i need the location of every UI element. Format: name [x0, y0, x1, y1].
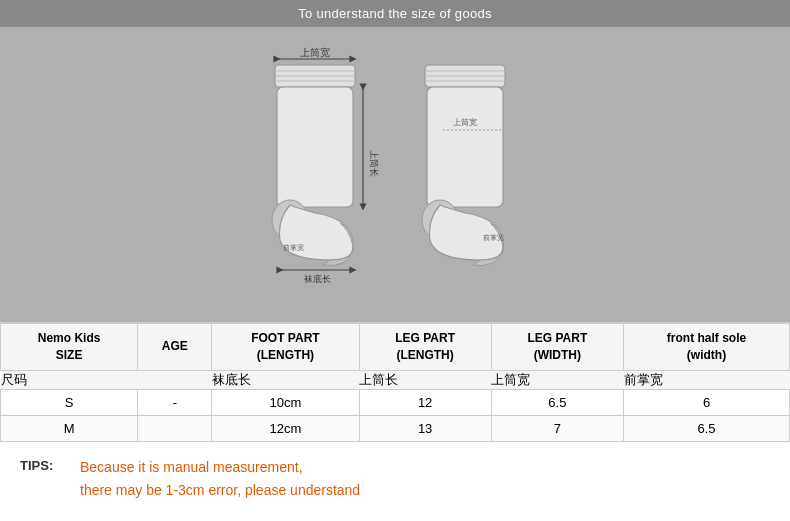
svg-text:上筒宽: 上筒宽 — [453, 118, 477, 127]
col-header-leg-w: LEG PART (WIDTH) — [491, 324, 623, 371]
svg-rect-17 — [427, 87, 503, 207]
size-diagram: 上筒宽 上筒长 袜底长 前掌宽 上筒宽 前掌宽 — [235, 45, 555, 305]
cell-age-m — [138, 415, 212, 441]
cell-leg-len-s: 12 — [359, 389, 491, 415]
tips-area: TIPS: Because it is manual measurement, … — [0, 442, 790, 518]
banner-text: To understand the size of goods — [298, 6, 492, 21]
subheader-leg-w: 上筒宽 — [491, 370, 623, 389]
col-header-leg-len: LEG PART (LENGTH) — [359, 324, 491, 371]
subheader-leg-len: 上筒长 — [359, 370, 491, 389]
col-header-age: AGE — [138, 324, 212, 371]
diagram-area: 上筒宽 上筒长 袜底长 前掌宽 上筒宽 前掌宽 — [0, 27, 790, 322]
size-table-container: Nemo Kids SIZE AGE FOOT PART (LENGTH) LE… — [0, 322, 790, 442]
cell-foot-m: 12cm — [212, 415, 359, 441]
svg-text:上筒长: 上筒长 — [369, 150, 379, 177]
size-table: Nemo Kids SIZE AGE FOOT PART (LENGTH) LE… — [0, 323, 790, 442]
tips-label: TIPS: — [20, 456, 80, 473]
table-subheader-row: 尺码 袜底长 上筒长 上筒宽 前掌宽 — [1, 370, 790, 389]
cell-leg-len-m: 13 — [359, 415, 491, 441]
cell-leg-w-m: 7 — [491, 415, 623, 441]
tips-line2: there may be 1-3cm error, please underst… — [80, 479, 360, 503]
svg-text:袜底长: 袜底长 — [304, 274, 331, 284]
top-banner: To understand the size of goods — [0, 0, 790, 27]
svg-text:上筒宽: 上筒宽 — [300, 47, 330, 58]
tips-content: Because it is manual measurement, there … — [80, 456, 360, 504]
subheader-age — [138, 370, 212, 389]
col-header-foot: FOOT PART (LENGTH) — [212, 324, 359, 371]
table-header-row: Nemo Kids SIZE AGE FOOT PART (LENGTH) LE… — [1, 324, 790, 371]
table-row: M 12cm 13 7 6.5 — [1, 415, 790, 441]
svg-rect-4 — [277, 87, 353, 207]
cell-sole-m: 6.5 — [624, 415, 790, 441]
cell-size-m: M — [1, 415, 138, 441]
subheader-size: 尺码 — [1, 370, 138, 389]
svg-text:前掌宽: 前掌宽 — [283, 244, 304, 252]
cell-leg-w-s: 6.5 — [491, 389, 623, 415]
cell-foot-s: 10cm — [212, 389, 359, 415]
svg-text:前掌宽: 前掌宽 — [483, 234, 504, 242]
table-row: S - 10cm 12 6.5 6 — [1, 389, 790, 415]
cell-age-s: - — [138, 389, 212, 415]
col-header-sole: front half sole (width) — [624, 324, 790, 371]
subheader-foot: 袜底长 — [212, 370, 359, 389]
cell-size-s: S — [1, 389, 138, 415]
tips-line1: Because it is manual measurement, — [80, 456, 360, 480]
col-header-size: Nemo Kids SIZE — [1, 324, 138, 371]
subheader-sole: 前掌宽 — [624, 370, 790, 389]
cell-sole-s: 6 — [624, 389, 790, 415]
